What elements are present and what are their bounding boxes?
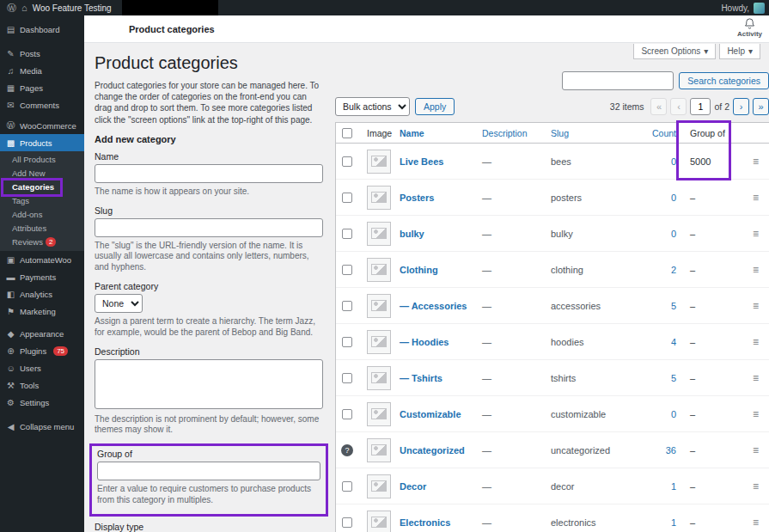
category-slug: electronics — [547, 517, 640, 528]
sidebar-item-analytics[interactable]: ◧ Analytics — [0, 285, 84, 303]
drag-handle-icon[interactable]: ≡ — [753, 228, 759, 240]
activity-button[interactable]: Activity — [737, 17, 762, 39]
drag-handle-icon[interactable]: ≡ — [753, 480, 759, 492]
description-field[interactable] — [95, 359, 323, 409]
sidebar-item-pages[interactable]: ▦ Pages — [0, 79, 84, 96]
category-count-link[interactable]: 5 — [671, 301, 676, 311]
sidebar-item-products[interactable]: ▩ Products — [0, 134, 84, 151]
reviews-count-badge: 2 — [46, 237, 56, 247]
sidebar-item-settings[interactable]: ⚙ Settings — [0, 394, 84, 411]
category-name-link[interactable]: Electronics — [400, 517, 450, 528]
drag-handle-icon[interactable]: ≡ — [753, 408, 759, 420]
current-page-input[interactable] — [690, 98, 711, 115]
submenu-item-tags[interactable]: Tags — [0, 194, 84, 208]
category-name-link[interactable]: Customizable — [400, 409, 461, 419]
row-checkbox[interactable] — [342, 409, 352, 419]
submenu-item-all-products[interactable]: All Products — [0, 153, 84, 167]
column-header-description[interactable]: Description — [482, 128, 528, 138]
row-checkbox[interactable] — [342, 481, 352, 492]
group-of-field[interactable] — [97, 462, 320, 480]
drag-handle-icon[interactable]: ≡ — [753, 517, 759, 529]
apply-button[interactable]: Apply — [415, 98, 455, 115]
row-checkbox[interactable] — [342, 301, 352, 311]
category-name-link[interactable]: bulky — [400, 229, 424, 239]
category-name-link[interactable]: — Hoodies — [400, 337, 449, 347]
howdy-label[interactable]: Howdy, — [721, 3, 749, 13]
category-count-link[interactable]: 0 — [671, 229, 676, 239]
sidebar-item-appearance[interactable]: ◆ Appearance — [0, 325, 84, 342]
category-count-link[interactable]: 0 — [671, 409, 676, 419]
site-name-link[interactable]: Woo Feature Testing — [33, 3, 112, 13]
select-all-checkbox[interactable] — [342, 128, 352, 138]
submenu-item-reviews[interactable]: Reviews2 — [0, 235, 84, 249]
column-header-count[interactable]: Count — [652, 128, 676, 138]
avatar[interactable] — [754, 3, 765, 14]
sidebar-item-comments[interactable]: ✉ Comments — [0, 96, 84, 113]
sidebar-item-woocommerce[interactable]: Ⓦ WooCommerce — [0, 117, 84, 134]
drag-handle-icon[interactable]: ≡ — [753, 156, 759, 168]
category-count-link[interactable]: 1 — [671, 517, 676, 528]
default-category-help-icon[interactable]: ? — [341, 444, 353, 456]
sidebar-item-dashboard[interactable]: ▤ Dashboard — [0, 21, 84, 38]
drag-handle-icon[interactable]: ≡ — [753, 372, 759, 384]
drag-handle-icon[interactable]: ≡ — [753, 192, 759, 204]
category-count-link[interactable]: 5 — [671, 373, 676, 383]
column-header-slug[interactable]: Slug — [551, 128, 569, 138]
slug-field[interactable] — [95, 218, 323, 237]
screen-options-button[interactable]: Screen Options ▾ — [633, 44, 716, 59]
row-checkbox[interactable] — [342, 337, 352, 347]
drag-handle-icon[interactable]: ≡ — [753, 300, 759, 312]
wordpress-logo-icon[interactable]: Ⓦ — [7, 2, 16, 15]
category-count-link[interactable]: 4 — [671, 337, 676, 347]
total-pages-label: of 2 — [714, 101, 729, 112]
row-checkbox[interactable] — [342, 517, 352, 528]
drag-handle-icon[interactable]: ≡ — [753, 336, 759, 348]
category-count-link[interactable]: 2 — [671, 265, 676, 275]
first-page-button[interactable]: « — [650, 98, 667, 115]
sidebar-item-media[interactable]: ♫ Media — [0, 62, 84, 79]
row-checkbox[interactable] — [342, 373, 352, 383]
next-page-button[interactable]: › — [733, 98, 749, 115]
help-button[interactable]: Help ▾ — [719, 44, 760, 59]
category-name-link[interactable]: Uncategorized — [400, 445, 465, 456]
search-input[interactable] — [562, 71, 674, 90]
category-count-link[interactable]: 0 — [671, 193, 676, 203]
category-description: — — [479, 445, 547, 456]
drag-handle-icon[interactable]: ≡ — [753, 444, 759, 456]
submenu-item-add-new[interactable]: Add New — [0, 167, 84, 180]
category-count-link[interactable]: 1 — [671, 481, 676, 492]
sidebar-item-payments[interactable]: ▬ Payments — [0, 268, 84, 285]
category-name-link[interactable]: Posters — [400, 193, 434, 203]
submenu-item-add-ons[interactable]: Add-ons — [0, 208, 84, 222]
chevron-down-icon: ▾ — [704, 46, 708, 56]
sidebar-item-posts[interactable]: ✎ Posts — [0, 45, 84, 62]
category-name-link[interactable]: — Tshirts — [400, 373, 442, 383]
row-checkbox[interactable] — [342, 265, 352, 275]
row-checkbox[interactable] — [342, 193, 352, 203]
last-page-button[interactable]: » — [753, 98, 769, 115]
row-checkbox[interactable] — [342, 156, 352, 167]
category-name-link[interactable]: Decor — [400, 481, 426, 492]
category-name-link[interactable]: Clothing — [400, 265, 438, 275]
search-categories-button[interactable]: Search categories — [679, 72, 769, 89]
bulk-actions-select[interactable]: Bulk actions — [335, 97, 410, 116]
category-name-link[interactable]: Live Bees — [400, 156, 443, 167]
submenu-item-attributes[interactable]: Attributes — [0, 222, 84, 235]
column-header-name[interactable]: Name — [400, 128, 424, 138]
sidebar-item-users[interactable]: ☺ Users — [0, 359, 84, 376]
name-field[interactable] — [95, 164, 323, 183]
sidebar-item-automatewoo[interactable]: ▣ AutomateWoo — [0, 251, 84, 268]
row-checkbox[interactable] — [342, 229, 352, 239]
sidebar-item-collapse-menu[interactable]: ◀ Collapse menu — [0, 418, 84, 435]
sidebar-item-plugins[interactable]: ⊕ Plugins75 — [0, 342, 84, 359]
category-count-link[interactable]: 36 — [666, 445, 676, 456]
category-name-link[interactable]: — Accessories — [400, 301, 467, 311]
category-count-link[interactable]: 0 — [671, 156, 676, 167]
sidebar-item-marketing[interactable]: ⚑ Marketing — [0, 303, 84, 320]
prev-page-button[interactable]: ‹ — [670, 98, 687, 115]
sidebar-item-tools[interactable]: ⚒ Tools — [0, 376, 84, 394]
drag-handle-icon[interactable]: ≡ — [753, 264, 759, 276]
parent-category-select[interactable]: None — [95, 294, 143, 313]
category-thumbnail — [367, 186, 391, 210]
submenu-item-categories[interactable]: Categories — [0, 180, 84, 194]
